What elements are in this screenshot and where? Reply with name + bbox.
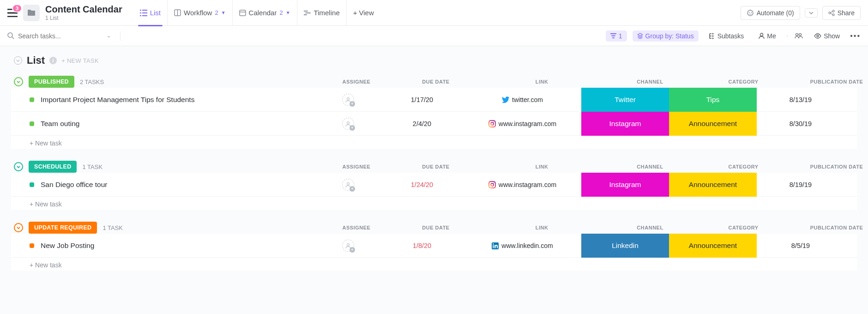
column-header[interactable]: LINK bbox=[483, 164, 601, 169]
svg-rect-22 bbox=[489, 121, 495, 127]
share-button[interactable]: Share bbox=[822, 6, 861, 20]
channel-chip[interactable]: Linkedin bbox=[581, 234, 669, 258]
link-cell[interactable]: twitter.com bbox=[464, 96, 581, 103]
folder-icon[interactable] bbox=[23, 5, 40, 21]
column-header[interactable]: ASSIGNEE bbox=[324, 164, 389, 169]
assignee-button[interactable] bbox=[342, 179, 354, 191]
group-by-button[interactable]: Group by: Status bbox=[633, 30, 699, 42]
plus-icon: + bbox=[353, 9, 357, 17]
column-header[interactable]: PUBLICATION DATE bbox=[793, 164, 868, 169]
column-header[interactable]: CATEGORY bbox=[699, 225, 787, 230]
link-cell[interactable]: www.linkedin.com bbox=[464, 242, 581, 249]
assignee-button[interactable] bbox=[342, 118, 354, 130]
column-header[interactable]: CATEGORY bbox=[699, 79, 787, 85]
assignee-button[interactable] bbox=[342, 94, 354, 106]
task-row[interactable]: San Diego office tour 1/24/20 www.instag… bbox=[11, 173, 857, 197]
search-input[interactable] bbox=[18, 32, 101, 40]
svg-point-4 bbox=[747, 10, 753, 16]
publication-date[interactable]: 8/13/19 bbox=[757, 96, 844, 103]
linkedin-icon bbox=[492, 242, 499, 249]
status-dot[interactable] bbox=[30, 182, 34, 187]
task-count: 2 TASKS bbox=[80, 78, 104, 85]
column-header[interactable]: ASSIGNEE bbox=[324, 225, 389, 230]
task-row[interactable]: Important Project Management Tips for St… bbox=[11, 88, 857, 112]
menu-button[interactable]: 3 bbox=[7, 9, 18, 17]
collapse-all-toggle[interactable] bbox=[14, 56, 22, 65]
tab-label: List bbox=[150, 9, 161, 17]
tab-workflow[interactable]: Workflow 2 ▼ bbox=[168, 0, 233, 26]
due-date[interactable]: 1/17/20 bbox=[380, 96, 464, 103]
assignee-button[interactable] bbox=[342, 240, 354, 252]
new-task-row[interactable]: + New task bbox=[11, 197, 857, 210]
group-toggle[interactable] bbox=[14, 162, 23, 171]
column-header[interactable]: DUE DATE bbox=[394, 79, 477, 85]
tab-calendar[interactable]: Calendar 2 ▼ bbox=[233, 0, 297, 26]
share-label: Share bbox=[838, 9, 855, 17]
group-toggle[interactable] bbox=[14, 77, 23, 86]
task-name[interactable]: Important Project Management Tips for St… bbox=[41, 96, 194, 104]
channel-chip[interactable]: Instagram bbox=[581, 112, 669, 136]
column-header[interactable]: LINK bbox=[483, 79, 601, 85]
svg-point-24 bbox=[494, 121, 494, 122]
chevron-down-icon: ▼ bbox=[221, 10, 226, 15]
link-cell[interactable]: www.instagram.com bbox=[464, 181, 581, 188]
new-task-button[interactable]: + NEW TASK bbox=[61, 57, 99, 64]
status-chip[interactable]: UPDATE REQUIRED bbox=[29, 222, 97, 234]
column-header[interactable]: ASSIGNEE bbox=[324, 79, 389, 85]
column-header[interactable]: PUBLICATION DATE bbox=[793, 225, 868, 230]
group-header: UPDATE REQUIRED 1 TASK ASSIGNEEDUE DATEL… bbox=[11, 222, 857, 234]
publication-date[interactable]: 8/30/19 bbox=[757, 120, 844, 127]
column-header[interactable]: CHANNEL bbox=[606, 164, 694, 169]
category-chip[interactable]: Announcement bbox=[669, 173, 757, 197]
channel-chip[interactable]: Instagram bbox=[581, 173, 669, 197]
category-chip[interactable]: Announcement bbox=[669, 234, 757, 258]
task-name[interactable]: Team outing bbox=[41, 120, 79, 128]
link-cell[interactable]: www.instagram.com bbox=[464, 120, 581, 127]
status-chip[interactable]: PUBLISHED bbox=[29, 76, 74, 88]
add-view-button[interactable]: + View bbox=[347, 9, 380, 17]
group-header: SCHEDULED 1 TASK ASSIGNEEDUE DATELINKCHA… bbox=[11, 161, 857, 173]
column-header[interactable]: PUBLICATION DATE bbox=[793, 79, 868, 85]
tab-timeline[interactable]: Timeline bbox=[297, 0, 347, 26]
subtasks-button[interactable]: Subtasks bbox=[704, 30, 749, 42]
link-text: www.instagram.com bbox=[499, 181, 556, 188]
column-header[interactable]: CHANNEL bbox=[606, 79, 694, 85]
due-date[interactable]: 1/8/20 bbox=[380, 242, 464, 249]
svg-point-11 bbox=[8, 33, 12, 37]
column-header[interactable]: CHANNEL bbox=[606, 225, 694, 230]
me-button[interactable]: Me bbox=[754, 30, 780, 42]
task-row[interactable]: New Job Posting 1/8/20 www.linkedin.com … bbox=[11, 234, 857, 258]
filter-button[interactable]: 1 bbox=[606, 30, 627, 42]
status-dot[interactable] bbox=[30, 243, 34, 248]
status-dot[interactable] bbox=[30, 97, 34, 102]
channel-chip[interactable]: Twitter bbox=[581, 88, 669, 112]
column-header[interactable]: LINK bbox=[483, 225, 601, 230]
group-toggle[interactable] bbox=[14, 223, 23, 232]
due-date[interactable]: 1/24/20 bbox=[380, 181, 464, 188]
task-row[interactable]: Team outing 2/4/20 www.instagram.com Ins… bbox=[11, 112, 857, 136]
new-task-row[interactable]: + New task bbox=[11, 136, 857, 149]
category-chip[interactable]: Announcement bbox=[669, 112, 757, 136]
task-name[interactable]: San Diego office tour bbox=[41, 181, 107, 189]
publication-date[interactable]: 8/19/19 bbox=[757, 181, 844, 188]
column-header[interactable]: CATEGORY bbox=[699, 164, 787, 169]
publication-date[interactable]: 8/5/19 bbox=[757, 242, 844, 249]
status-dot[interactable] bbox=[30, 121, 34, 126]
automate-button[interactable]: Automate (0) bbox=[741, 6, 800, 20]
automate-dropdown[interactable] bbox=[805, 8, 818, 18]
assignees-button[interactable] bbox=[794, 31, 804, 41]
due-date[interactable]: 2/4/20 bbox=[380, 120, 464, 127]
task-name[interactable]: New Job Posting bbox=[41, 242, 94, 250]
more-menu[interactable]: ••• bbox=[850, 32, 861, 40]
category-chip[interactable]: Tips bbox=[669, 88, 757, 112]
status-chip[interactable]: SCHEDULED bbox=[29, 161, 77, 173]
page-title[interactable]: Content Calendar bbox=[45, 4, 122, 15]
link-text: www.instagram.com bbox=[499, 120, 556, 127]
search-dropdown[interactable]: ⌄ bbox=[105, 31, 113, 41]
info-icon[interactable]: i bbox=[49, 57, 57, 64]
show-button[interactable]: Show bbox=[809, 30, 844, 42]
column-header[interactable]: DUE DATE bbox=[394, 164, 477, 169]
tab-list[interactable]: List bbox=[133, 0, 168, 26]
column-header[interactable]: DUE DATE bbox=[394, 225, 477, 230]
new-task-row[interactable]: + New task bbox=[11, 258, 857, 271]
